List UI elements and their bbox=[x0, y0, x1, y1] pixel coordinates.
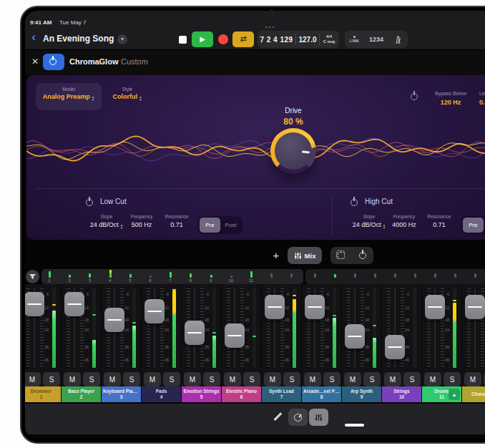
pre-button[interactable]: Pre bbox=[200, 218, 220, 233]
ruler-number[interactable]: 2 bbox=[66, 278, 73, 283]
solo-button[interactable]: S bbox=[283, 372, 300, 386]
ruler-number[interactable]: 7 bbox=[167, 278, 174, 283]
back-chevron-icon[interactable]: ‹ bbox=[29, 31, 39, 45]
solo-button[interactable]: S bbox=[403, 372, 421, 386]
model-selector[interactable]: Model Analog Preamp▲▼ bbox=[36, 83, 102, 110]
track-label[interactable]: Pads4 bbox=[142, 386, 182, 402]
track-label[interactable]: Electric Piano6 bbox=[222, 386, 262, 402]
solo-button[interactable]: S bbox=[163, 372, 180, 386]
high-cut-power-icon[interactable] bbox=[351, 199, 358, 206]
track-label[interactable]: Bass Player2 bbox=[62, 386, 102, 402]
bypass-power-icon[interactable] bbox=[411, 93, 418, 100]
ruler-number[interactable]: 8 bbox=[187, 278, 194, 283]
level-value[interactable]: 0.5 bbox=[479, 99, 485, 106]
track-label[interactable]: Keyboard Player3 bbox=[102, 386, 142, 402]
mute-button[interactable]: M bbox=[224, 372, 241, 386]
play-button[interactable]: ▶ bbox=[192, 31, 213, 47]
metronome-icon[interactable] bbox=[393, 35, 403, 44]
solo-button[interactable]: S bbox=[203, 372, 220, 386]
mute-button[interactable]: M bbox=[264, 372, 281, 386]
track-label[interactable]: Emotion Strings5 bbox=[182, 386, 222, 402]
mute-button[interactable]: M bbox=[464, 372, 481, 386]
ruler-meter[interactable] bbox=[230, 276, 232, 278]
mute-button[interactable]: M bbox=[25, 372, 41, 386]
chevron-up-icon[interactable]: ▲ bbox=[449, 389, 460, 400]
mute-button[interactable]: M bbox=[384, 372, 401, 386]
plugin-preset[interactable]: Custom bbox=[121, 57, 148, 66]
solo-button[interactable]: S bbox=[43, 372, 60, 386]
ruler-number[interactable]: 5 bbox=[127, 278, 134, 283]
fader-thumb[interactable] bbox=[185, 321, 205, 345]
track-label[interactable]: Arcade…eet Pad8 bbox=[302, 386, 342, 402]
ruler-number[interactable]: 4 bbox=[107, 278, 114, 283]
track-label[interactable]: Synth Lead7 bbox=[262, 386, 302, 402]
multitasking-dots-icon[interactable]: ••• bbox=[265, 24, 275, 30]
lcd-display[interactable]: 7 2 4 129 127.0 4/4 C maj bbox=[258, 31, 339, 48]
track-label[interactable]: Drums11▲ bbox=[422, 386, 462, 402]
mute-button[interactable]: M bbox=[424, 372, 441, 386]
solo-button[interactable]: S bbox=[83, 372, 100, 386]
count-in-button[interactable]: 1234 bbox=[369, 36, 383, 43]
mute-button[interactable]: M bbox=[304, 372, 321, 386]
ruler-number[interactable]: 10 bbox=[227, 278, 235, 283]
ruler-meter[interactable] bbox=[69, 275, 71, 278]
ruler-meter[interactable] bbox=[394, 273, 396, 278]
plugin-power-button[interactable] bbox=[43, 54, 64, 70]
ruler-meter[interactable] bbox=[89, 273, 91, 278]
solo-button[interactable]: S bbox=[123, 372, 140, 386]
mute-button[interactable]: M bbox=[184, 372, 201, 386]
ruler-number[interactable]: 3 bbox=[86, 278, 93, 283]
ruler-meter[interactable] bbox=[434, 273, 436, 278]
ruler-meter[interactable] bbox=[150, 276, 152, 278]
ruler-meter[interactable] bbox=[314, 273, 316, 278]
ruler-meter[interactable] bbox=[210, 275, 212, 278]
drive-knob[interactable] bbox=[270, 128, 316, 174]
ruler-meter[interactable] bbox=[190, 273, 192, 278]
stop-button[interactable] bbox=[177, 34, 188, 45]
ruler-number[interactable]: 9 bbox=[207, 278, 215, 283]
fader-mode-button[interactable] bbox=[309, 409, 328, 426]
ruler-number[interactable]: 11 bbox=[248, 278, 255, 283]
bypass-value[interactable]: 120 Hz bbox=[425, 99, 476, 106]
mute-button[interactable]: M bbox=[344, 372, 361, 386]
chevron-down-icon[interactable]: ▾ bbox=[117, 34, 127, 44]
track-label[interactable]: Strings10 bbox=[382, 386, 422, 402]
duplicate-icon[interactable] bbox=[338, 252, 345, 259]
low-cut-power-icon[interactable] bbox=[86, 199, 93, 206]
ruler-number[interactable]: 1 bbox=[46, 278, 53, 283]
ruler-meter[interactable] bbox=[170, 272, 172, 278]
cycle-button[interactable]: ⇄ bbox=[232, 31, 254, 47]
pre-button[interactable]: Pre bbox=[463, 218, 484, 233]
mute-button[interactable]: M bbox=[104, 372, 121, 386]
ruler-meter[interactable] bbox=[334, 274, 336, 278]
song-title[interactable]: An Evening Song bbox=[43, 34, 114, 44]
ruler-meter[interactable] bbox=[414, 273, 416, 278]
post-button[interactable]: Post bbox=[220, 218, 241, 233]
ruler-meter[interactable] bbox=[374, 273, 376, 278]
solo-button[interactable]: S bbox=[363, 372, 381, 386]
ruler-meter[interactable] bbox=[290, 273, 293, 278]
high-cut-resonance[interactable]: Resonance 0.71 bbox=[418, 214, 461, 228]
style-selector[interactable]: Style Colorful▲▼ bbox=[105, 83, 150, 110]
mute-button[interactable]: M bbox=[144, 372, 161, 386]
lcd-position[interactable]: 7 2 4 129 bbox=[258, 34, 296, 45]
home-indicator[interactable] bbox=[345, 424, 364, 427]
ruler-meter[interactable] bbox=[49, 271, 51, 278]
link-button[interactable]: LINK bbox=[350, 36, 359, 43]
ruler-meter[interactable] bbox=[109, 270, 112, 278]
close-icon[interactable]: ✕ bbox=[30, 57, 40, 67]
record-button[interactable] bbox=[218, 34, 228, 44]
solo-button[interactable]: S bbox=[323, 372, 341, 386]
filter-button[interactable] bbox=[26, 270, 39, 283]
lcd-tempo[interactable]: 127.0 bbox=[296, 34, 320, 45]
ruler-meter[interactable] bbox=[270, 273, 273, 278]
lcd-key-signature[interactable]: 4/4 C maj bbox=[320, 34, 338, 45]
ruler-number[interactable]: 6 bbox=[147, 278, 154, 283]
ruler-meter[interactable] bbox=[454, 273, 456, 278]
low-cut-resonance[interactable]: Resonance 0.71 bbox=[155, 214, 198, 228]
solo-button[interactable]: S bbox=[444, 372, 461, 386]
ruler-meter[interactable] bbox=[354, 273, 356, 278]
track-label[interactable]: Arp Synth9 bbox=[342, 386, 382, 402]
knob-mode-button[interactable] bbox=[288, 409, 308, 426]
ruler-meter[interactable] bbox=[129, 274, 132, 278]
